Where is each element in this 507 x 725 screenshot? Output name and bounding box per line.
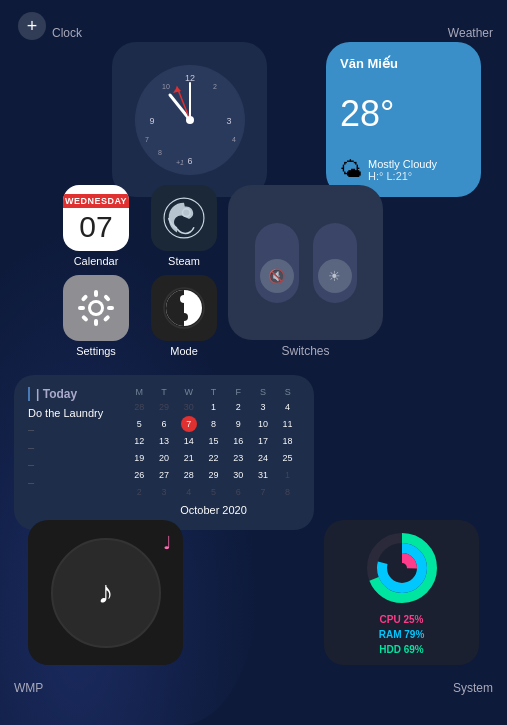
- calendar-app-wrapper: WEDNESDAY 07 Calendar: [52, 185, 140, 267]
- cal-cell: 4: [181, 484, 197, 500]
- hdd-stat: HDD 69%: [379, 642, 425, 657]
- cal-cell: 8: [280, 484, 296, 500]
- switch-knob-left: 🔇: [260, 259, 294, 293]
- cal-dashes: ––––: [28, 421, 113, 491]
- cal-week-6: 2 3 4 5 6 7 8: [127, 484, 300, 500]
- settings-gear-svg: [73, 285, 119, 331]
- cal-cell: 4: [280, 399, 296, 415]
- clock-widget-area: 12 3 6 9 10 2 4 7 8 +1: [52, 22, 82, 40]
- cal-dow-thu: T: [201, 387, 226, 397]
- cal-cell: 11: [280, 416, 296, 432]
- svg-text:4: 4: [232, 136, 236, 143]
- switches-wrapper: 🔇 ☀ Switches: [228, 185, 383, 358]
- cal-dow-fri: F: [226, 387, 251, 397]
- calendar-widget[interactable]: | Today Do the Laundry –––– M T W T F S …: [14, 375, 314, 530]
- cal-dow-sat: S: [251, 387, 276, 397]
- main-container: + 12 3 6 9 10 2 4 7 8 +1: [0, 0, 507, 725]
- steam-app-icon[interactable]: [151, 185, 217, 251]
- svg-rect-20: [94, 290, 98, 297]
- calendar-label: Calendar: [74, 255, 119, 267]
- cal-cell: 16: [230, 433, 246, 449]
- cal-task: Do the Laundry: [28, 407, 113, 419]
- switch-pill-right[interactable]: ☀: [313, 223, 357, 303]
- calendar-app-icon[interactable]: WEDNESDAY 07: [63, 185, 129, 251]
- weather-description: Mostly Cloudy: [368, 158, 437, 170]
- cal-dow-wed: W: [176, 387, 201, 397]
- svg-rect-25: [103, 294, 111, 302]
- cal-cell: 20: [156, 450, 172, 466]
- weather-hl: H:° L:21°: [368, 170, 437, 182]
- cal-cell: 1: [280, 467, 296, 483]
- cal-cell: 5: [131, 416, 147, 432]
- switches-label: Switches: [281, 344, 329, 358]
- svg-rect-21: [94, 319, 98, 326]
- cal-cell: 24: [255, 450, 271, 466]
- mode-icon-svg: [161, 285, 207, 331]
- mode-app-wrapper: Mode: [140, 275, 228, 357]
- settings-label: Settings: [76, 345, 116, 357]
- wmp-widget-container: ♪ ♩ WMP: [14, 677, 43, 695]
- cal-cell: 10: [255, 416, 271, 432]
- cal-cell: 23: [230, 450, 246, 466]
- weather-label: Weather: [448, 26, 493, 40]
- weather-description-row: 🌤 Mostly Cloudy H:° L:21°: [340, 157, 467, 183]
- volume-icon: 🔇: [268, 268, 285, 284]
- svg-rect-23: [107, 306, 114, 310]
- svg-rect-27: [103, 314, 111, 322]
- cal-cell: 29: [156, 399, 172, 415]
- cal-cell: 27: [156, 467, 172, 483]
- clock-face: 12 3 6 9 10 2 4 7 8 +1: [135, 65, 245, 175]
- cal-cell: 29: [205, 467, 221, 483]
- svg-text:7: 7: [145, 136, 149, 143]
- cal-today-label: | Today: [28, 387, 113, 401]
- cal-cell: 22: [205, 450, 221, 466]
- cal-cell: 1: [205, 399, 221, 415]
- wmp-widget[interactable]: ♪ ♩: [28, 520, 183, 665]
- cal-cell: 25: [280, 450, 296, 466]
- cal-cell: 5: [205, 484, 221, 500]
- cal-header: WEDNESDAY: [63, 194, 129, 208]
- system-donut-chart: [362, 528, 442, 608]
- cal-dow-mon: M: [127, 387, 152, 397]
- cloud-icon: 🌤: [340, 157, 362, 183]
- cal-day-number: 07: [79, 210, 112, 243]
- cal-cell: 21: [181, 450, 197, 466]
- switch-pill-left[interactable]: 🔇: [255, 223, 299, 303]
- add-widget-button[interactable]: +: [18, 12, 46, 40]
- steam-logo-svg: [161, 195, 207, 241]
- cal-month-panel: M T W T F S S 28 29 30 1 2 3 4: [127, 387, 300, 518]
- cal-cell: 6: [156, 416, 172, 432]
- brightness-icon: ☀: [328, 268, 341, 284]
- cal-week-5: 26 27 28 29 30 31 1: [127, 467, 300, 483]
- cal-cell: 15: [205, 433, 221, 449]
- cal-cell-today: 7: [181, 416, 197, 432]
- mode-app-icon[interactable]: [151, 275, 217, 341]
- cal-cell: 9: [230, 416, 246, 432]
- cal-cell: 8: [205, 416, 221, 432]
- system-label: System: [453, 681, 493, 695]
- system-widget[interactable]: CPU 25% RAM 79% HDD 69%: [324, 520, 479, 665]
- cal-cell: 14: [181, 433, 197, 449]
- weather-widget[interactable]: Văn Miếu 28° 🌤 Mostly Cloudy H:° L:21°: [326, 42, 481, 197]
- cal-week-2: 5 6 7 8 9 10 11: [127, 416, 300, 432]
- steam-label: Steam: [168, 255, 200, 267]
- switches-widget[interactable]: 🔇 ☀: [228, 185, 383, 340]
- cal-month-grid: M T W T F S S 28 29 30 1 2 3 4: [127, 387, 300, 516]
- cal-cell: 17: [255, 433, 271, 449]
- cal-cell: 3: [156, 484, 172, 500]
- svg-point-30: [180, 313, 188, 321]
- settings-app-icon[interactable]: [63, 275, 129, 341]
- mode-label: Mode: [170, 345, 198, 357]
- weather-widget-area: Văn Miếu 28° 🌤 Mostly Cloudy H:° L:21° W…: [448, 22, 493, 40]
- clock-widget[interactable]: 12 3 6 9 10 2 4 7 8 +1: [112, 42, 267, 197]
- cal-cell: 28: [181, 467, 197, 483]
- cal-cell: 12: [131, 433, 147, 449]
- cal-cell: 18: [280, 433, 296, 449]
- svg-text:12: 12: [184, 73, 194, 83]
- cal-cell: 26: [131, 467, 147, 483]
- cal-week-4: 19 20 21 22 23 24 25: [127, 450, 300, 466]
- cal-cell: 31: [255, 467, 271, 483]
- cal-dow-sun: S: [275, 387, 300, 397]
- svg-text:2: 2: [213, 83, 217, 90]
- steam-app-wrapper: Steam: [140, 185, 228, 267]
